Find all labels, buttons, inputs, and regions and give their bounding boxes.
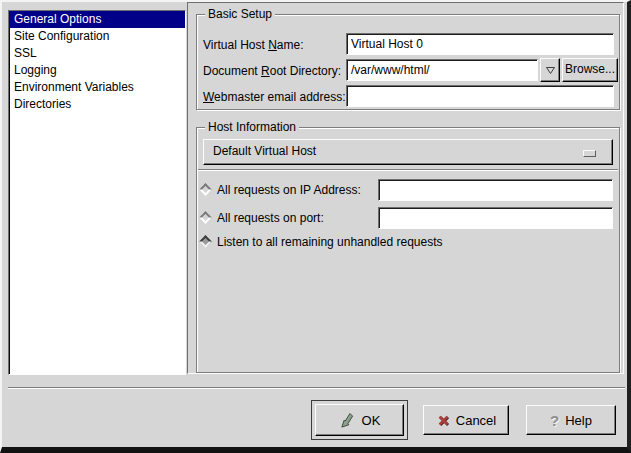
- browse-button[interactable]: Browse...: [562, 58, 618, 82]
- action-area-separator: [8, 387, 625, 389]
- radio-listen-all[interactable]: [199, 235, 212, 248]
- radio-port[interactable]: [199, 211, 212, 224]
- document-root-input[interactable]: [346, 59, 538, 81]
- ok-arrow-icon: [339, 411, 356, 430]
- list-item-logging[interactable]: Logging: [9, 62, 185, 79]
- basic-setup-frame-title: Basic Setup: [205, 7, 275, 22]
- webmaster-email-input[interactable]: [346, 85, 614, 107]
- option-menu-indicator-icon: [583, 150, 596, 157]
- ok-default-ring: OK: [311, 400, 408, 440]
- ok-button-label: OK: [362, 413, 381, 428]
- cancel-x-icon: [436, 413, 450, 427]
- list-item-directories[interactable]: Directories: [9, 96, 185, 113]
- port-input[interactable]: [378, 207, 613, 229]
- basic-setup-frame: Basic Setup Virtual Host Name: Document …: [196, 14, 620, 110]
- label-part: ame:: [277, 38, 304, 52]
- label-mnemonic: W: [203, 90, 214, 104]
- help-button[interactable]: ? Help: [526, 405, 616, 435]
- host-type-dropdown-value: Default Virtual Host: [213, 144, 316, 158]
- label-mnemonic: R: [261, 64, 270, 78]
- category-list[interactable]: General Options Site Configuration SSL L…: [8, 10, 186, 375]
- label-mnemonic: N: [268, 38, 277, 52]
- host-type-dropdown[interactable]: Default Virtual Host: [203, 139, 613, 165]
- radio-listen-all-label[interactable]: Listen to all remaining unhandled reques…: [217, 235, 442, 250]
- virtual-host-name-label: Virtual Host Name:: [203, 37, 304, 53]
- document-root-combo-button[interactable]: [540, 58, 560, 82]
- ip-address-input[interactable]: [378, 179, 613, 201]
- cancel-button[interactable]: Cancel: [423, 405, 509, 435]
- list-item-ssl[interactable]: SSL: [9, 45, 185, 62]
- host-separator: [198, 169, 618, 171]
- content-panel: Basic Setup Virtual Host Name: Document …: [187, 2, 624, 374]
- label-part: Virtual Host: [203, 38, 268, 52]
- ok-button[interactable]: OK: [315, 404, 404, 436]
- help-question-icon: ?: [550, 413, 559, 428]
- cancel-button-label: Cancel: [456, 413, 496, 428]
- down-triangle-icon: [545, 66, 556, 75]
- list-item-general-options[interactable]: General Options: [9, 11, 185, 28]
- host-information-frame-title: Host Information: [205, 120, 299, 135]
- label-part: Document: [203, 64, 261, 78]
- list-item-site-configuration[interactable]: Site Configuration: [9, 28, 185, 45]
- webmaster-email-label: Webmaster email address:: [203, 89, 346, 105]
- radio-ip-address[interactable]: [199, 183, 212, 196]
- virtual-host-name-input[interactable]: [346, 33, 614, 55]
- list-item-environment-variables[interactable]: Environment Variables: [9, 79, 185, 96]
- radio-port-label[interactable]: All requests on port:: [217, 207, 324, 229]
- host-information-frame: Host Information Default Virtual Host Al…: [196, 127, 620, 373]
- httpd-config-dialog: General Options Site Configuration SSL L…: [0, 0, 631, 453]
- label-part: oot Directory:: [270, 64, 341, 78]
- radio-ip-address-label[interactable]: All requests on IP Address:: [217, 179, 361, 201]
- help-button-label: Help: [565, 413, 592, 428]
- document-root-label: Document Root Directory:: [203, 63, 341, 79]
- label-part: ebmaster email address:: [214, 90, 345, 104]
